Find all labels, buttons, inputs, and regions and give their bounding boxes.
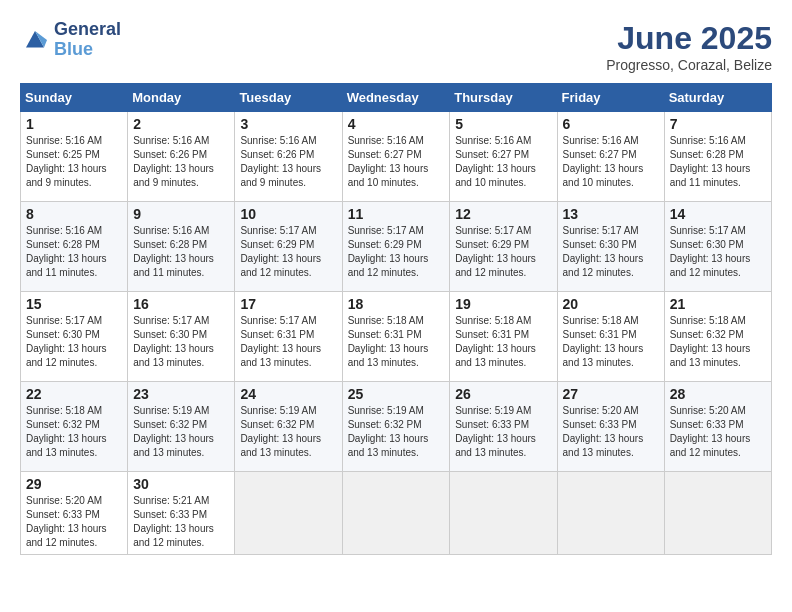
day-number: 14 <box>670 206 766 222</box>
col-monday: Monday <box>128 84 235 112</box>
day-info: Sunrise: 5:18 AMSunset: 6:31 PMDaylight:… <box>455 314 551 370</box>
day-info: Sunrise: 5:17 AMSunset: 6:30 PMDaylight:… <box>670 224 766 280</box>
day-number: 8 <box>26 206 122 222</box>
table-row: 8Sunrise: 5:16 AMSunset: 6:28 PMDaylight… <box>21 202 128 292</box>
day-info: Sunrise: 5:16 AMSunset: 6:27 PMDaylight:… <box>348 134 445 190</box>
day-info: Sunrise: 5:17 AMSunset: 6:31 PMDaylight:… <box>240 314 336 370</box>
day-info: Sunrise: 5:17 AMSunset: 6:30 PMDaylight:… <box>26 314 122 370</box>
day-number: 30 <box>133 476 229 492</box>
table-row <box>235 472 342 555</box>
col-saturday: Saturday <box>664 84 771 112</box>
day-number: 26 <box>455 386 551 402</box>
table-row: 5Sunrise: 5:16 AMSunset: 6:27 PMDaylight… <box>450 112 557 202</box>
header-area: General Blue June 2025 Progresso, Coraza… <box>20 20 772 73</box>
location-subtitle: Progresso, Corazal, Belize <box>606 57 772 73</box>
table-row: 25Sunrise: 5:19 AMSunset: 6:32 PMDayligh… <box>342 382 450 472</box>
table-row: 9Sunrise: 5:16 AMSunset: 6:28 PMDaylight… <box>128 202 235 292</box>
table-row: 17Sunrise: 5:17 AMSunset: 6:31 PMDayligh… <box>235 292 342 382</box>
table-row: 24Sunrise: 5:19 AMSunset: 6:32 PMDayligh… <box>235 382 342 472</box>
day-number: 10 <box>240 206 336 222</box>
table-row: 14Sunrise: 5:17 AMSunset: 6:30 PMDayligh… <box>664 202 771 292</box>
day-info: Sunrise: 5:19 AMSunset: 6:32 PMDaylight:… <box>240 404 336 460</box>
day-number: 29 <box>26 476 122 492</box>
table-row: 22Sunrise: 5:18 AMSunset: 6:32 PMDayligh… <box>21 382 128 472</box>
day-info: Sunrise: 5:18 AMSunset: 6:31 PMDaylight:… <box>563 314 659 370</box>
day-info: Sunrise: 5:17 AMSunset: 6:29 PMDaylight:… <box>455 224 551 280</box>
table-row: 30Sunrise: 5:21 AMSunset: 6:33 PMDayligh… <box>128 472 235 555</box>
table-row <box>557 472 664 555</box>
day-info: Sunrise: 5:19 AMSunset: 6:32 PMDaylight:… <box>133 404 229 460</box>
month-title: June 2025 <box>606 20 772 57</box>
table-row: 27Sunrise: 5:20 AMSunset: 6:33 PMDayligh… <box>557 382 664 472</box>
day-number: 23 <box>133 386 229 402</box>
table-row: 13Sunrise: 5:17 AMSunset: 6:30 PMDayligh… <box>557 202 664 292</box>
day-number: 2 <box>133 116 229 132</box>
title-area: June 2025 Progresso, Corazal, Belize <box>606 20 772 73</box>
day-number: 20 <box>563 296 659 312</box>
day-number: 4 <box>348 116 445 132</box>
table-row: 21Sunrise: 5:18 AMSunset: 6:32 PMDayligh… <box>664 292 771 382</box>
day-number: 18 <box>348 296 445 312</box>
col-friday: Friday <box>557 84 664 112</box>
col-tuesday: Tuesday <box>235 84 342 112</box>
col-sunday: Sunday <box>21 84 128 112</box>
col-wednesday: Wednesday <box>342 84 450 112</box>
day-info: Sunrise: 5:16 AMSunset: 6:26 PMDaylight:… <box>133 134 229 190</box>
day-info: Sunrise: 5:20 AMSunset: 6:33 PMDaylight:… <box>26 494 122 550</box>
day-number: 12 <box>455 206 551 222</box>
day-number: 3 <box>240 116 336 132</box>
day-info: Sunrise: 5:16 AMSunset: 6:28 PMDaylight:… <box>670 134 766 190</box>
day-number: 28 <box>670 386 766 402</box>
calendar-table: Sunday Monday Tuesday Wednesday Thursday… <box>20 83 772 555</box>
day-info: Sunrise: 5:19 AMSunset: 6:32 PMDaylight:… <box>348 404 445 460</box>
day-number: 19 <box>455 296 551 312</box>
day-info: Sunrise: 5:16 AMSunset: 6:28 PMDaylight:… <box>133 224 229 280</box>
day-number: 21 <box>670 296 766 312</box>
day-info: Sunrise: 5:16 AMSunset: 6:26 PMDaylight:… <box>240 134 336 190</box>
day-info: Sunrise: 5:17 AMSunset: 6:29 PMDaylight:… <box>240 224 336 280</box>
table-row: 19Sunrise: 5:18 AMSunset: 6:31 PMDayligh… <box>450 292 557 382</box>
day-info: Sunrise: 5:16 AMSunset: 6:28 PMDaylight:… <box>26 224 122 280</box>
day-number: 13 <box>563 206 659 222</box>
day-number: 16 <box>133 296 229 312</box>
day-number: 17 <box>240 296 336 312</box>
day-info: Sunrise: 5:16 AMSunset: 6:27 PMDaylight:… <box>563 134 659 190</box>
table-row: 16Sunrise: 5:17 AMSunset: 6:30 PMDayligh… <box>128 292 235 382</box>
day-number: 22 <box>26 386 122 402</box>
table-row <box>450 472 557 555</box>
table-row: 18Sunrise: 5:18 AMSunset: 6:31 PMDayligh… <box>342 292 450 382</box>
day-info: Sunrise: 5:17 AMSunset: 6:30 PMDaylight:… <box>133 314 229 370</box>
day-number: 1 <box>26 116 122 132</box>
day-number: 9 <box>133 206 229 222</box>
col-thursday: Thursday <box>450 84 557 112</box>
table-row: 6Sunrise: 5:16 AMSunset: 6:27 PMDaylight… <box>557 112 664 202</box>
table-row: 2Sunrise: 5:16 AMSunset: 6:26 PMDaylight… <box>128 112 235 202</box>
day-number: 11 <box>348 206 445 222</box>
calendar-header-row: Sunday Monday Tuesday Wednesday Thursday… <box>21 84 772 112</box>
table-row: 15Sunrise: 5:17 AMSunset: 6:30 PMDayligh… <box>21 292 128 382</box>
day-info: Sunrise: 5:16 AMSunset: 6:27 PMDaylight:… <box>455 134 551 190</box>
logo-line2: Blue <box>54 40 121 60</box>
logo: General Blue <box>20 20 121 60</box>
day-number: 15 <box>26 296 122 312</box>
table-row: 1Sunrise: 5:16 AMSunset: 6:25 PMDaylight… <box>21 112 128 202</box>
table-row: 10Sunrise: 5:17 AMSunset: 6:29 PMDayligh… <box>235 202 342 292</box>
table-row: 4Sunrise: 5:16 AMSunset: 6:27 PMDaylight… <box>342 112 450 202</box>
day-number: 25 <box>348 386 445 402</box>
day-info: Sunrise: 5:18 AMSunset: 6:31 PMDaylight:… <box>348 314 445 370</box>
day-info: Sunrise: 5:20 AMSunset: 6:33 PMDaylight:… <box>670 404 766 460</box>
table-row <box>664 472 771 555</box>
day-number: 5 <box>455 116 551 132</box>
table-row: 26Sunrise: 5:19 AMSunset: 6:33 PMDayligh… <box>450 382 557 472</box>
table-row: 23Sunrise: 5:19 AMSunset: 6:32 PMDayligh… <box>128 382 235 472</box>
table-row: 12Sunrise: 5:17 AMSunset: 6:29 PMDayligh… <box>450 202 557 292</box>
day-info: Sunrise: 5:18 AMSunset: 6:32 PMDaylight:… <box>26 404 122 460</box>
table-row <box>342 472 450 555</box>
day-info: Sunrise: 5:19 AMSunset: 6:33 PMDaylight:… <box>455 404 551 460</box>
table-row: 20Sunrise: 5:18 AMSunset: 6:31 PMDayligh… <box>557 292 664 382</box>
day-number: 6 <box>563 116 659 132</box>
table-row: 29Sunrise: 5:20 AMSunset: 6:33 PMDayligh… <box>21 472 128 555</box>
day-info: Sunrise: 5:21 AMSunset: 6:33 PMDaylight:… <box>133 494 229 550</box>
logo-line1: General <box>54 20 121 40</box>
day-info: Sunrise: 5:16 AMSunset: 6:25 PMDaylight:… <box>26 134 122 190</box>
